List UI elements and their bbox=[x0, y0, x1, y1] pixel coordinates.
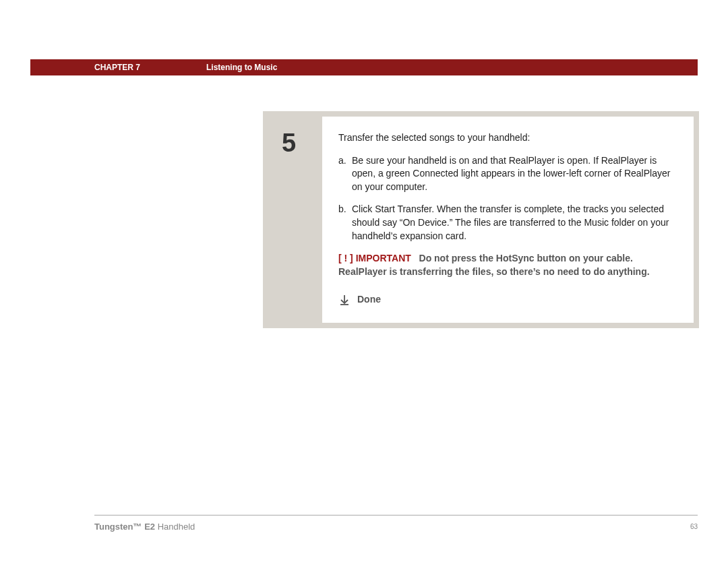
list-text-b: Click Start Transfer. When the transfer … bbox=[352, 203, 677, 243]
page-number: 63 bbox=[690, 523, 698, 530]
list-letter-a: a. bbox=[338, 154, 352, 194]
footer-product: Tungsten™ E2 Handheld bbox=[94, 522, 195, 532]
list-letter-b: b. bbox=[338, 203, 352, 243]
footer-product-rest: Handheld bbox=[155, 522, 195, 532]
step-intro: Transfer the selected songs to your hand… bbox=[338, 131, 677, 145]
step-number: 5 bbox=[282, 129, 309, 158]
step-content: Transfer the selected songs to your hand… bbox=[322, 117, 694, 323]
step-inner: 5 Transfer the selected songs to your ha… bbox=[268, 117, 694, 323]
step-box: 5 Transfer the selected songs to your ha… bbox=[263, 111, 699, 328]
important-text bbox=[414, 253, 419, 263]
important-tag: [ ! ] IMPORTANT bbox=[338, 253, 411, 263]
important-block: [ ! ] IMPORTANT Do not press the HotSync… bbox=[338, 252, 677, 278]
footer-rule bbox=[94, 515, 698, 516]
chapter-title: Listening to Music bbox=[206, 63, 277, 72]
chapter-header-bar: CHAPTER 7 Listening to Music bbox=[30, 59, 698, 75]
chapter-label: CHAPTER 7 bbox=[94, 63, 140, 72]
footer-product-bold: Tungsten™ E2 bbox=[94, 522, 155, 532]
list-item: b. Click Start Transfer. When the transf… bbox=[338, 203, 677, 243]
done-arrow-icon bbox=[338, 294, 351, 306]
list-item: a. Be sure your handheld is on and that … bbox=[338, 154, 677, 194]
done-row: Done bbox=[338, 293, 677, 307]
list-text-a: Be sure your handheld is on and that Rea… bbox=[352, 154, 677, 194]
done-label: Done bbox=[357, 293, 381, 307]
step-number-column: 5 bbox=[268, 117, 322, 323]
